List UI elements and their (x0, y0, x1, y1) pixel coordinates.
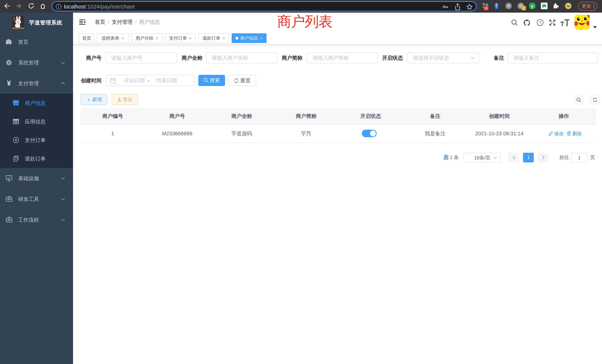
svg-text:y: y (531, 3, 534, 9)
svg-text:¥: ¥ (15, 138, 17, 142)
svg-text:?: ? (539, 20, 541, 25)
svg-text:⌘: ⌘ (506, 4, 511, 8)
